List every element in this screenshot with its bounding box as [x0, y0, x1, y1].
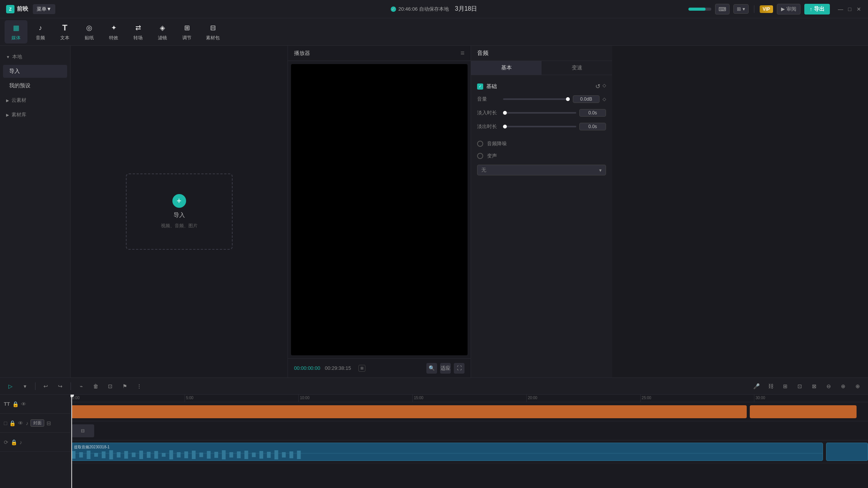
audio-track-row: 提取音频20230318-1	[71, 440, 868, 463]
text-clip-1[interactable]	[71, 405, 747, 418]
layout-button[interactable]: ⊞ ▾	[733, 4, 749, 14]
tool-audio[interactable]: ♪ 音频	[29, 20, 52, 43]
minimize-button[interactable]: —	[837, 6, 844, 12]
basic-checkbox[interactable]: ✓	[477, 83, 483, 90]
export-button[interactable]: ↑ 导出	[804, 4, 830, 14]
lock-icon-text[interactable]: 🔒	[12, 401, 19, 407]
center-button[interactable]: ⊠	[809, 381, 820, 392]
current-time: 00:00:00:00	[294, 365, 320, 371]
maximize-button[interactable]: □	[847, 6, 853, 12]
tool-media[interactable]: ▦ 媒体	[5, 20, 27, 43]
tool-filter[interactable]: ◈ 滤镜	[151, 20, 174, 43]
fade-out-thumb[interactable]	[503, 125, 507, 128]
fullscreen-button[interactable]: ⛶	[454, 363, 465, 374]
audio-clip-main[interactable]: 提取音频20230318-1	[71, 443, 823, 461]
zoom-icon[interactable]: 🔍	[426, 363, 437, 374]
review-button[interactable]: ▶ 审阅	[777, 4, 800, 14]
divider	[754, 5, 754, 13]
zoom-out-tl-button[interactable]: ⊖	[823, 381, 834, 392]
review-icon: ▶	[781, 6, 785, 12]
redo-button[interactable]: ↪	[55, 381, 66, 392]
panel-section-library[interactable]: ▶ 素材库	[0, 108, 70, 121]
tl-extra-button[interactable]: ⊕	[852, 381, 863, 392]
svg-rect-1	[72, 451, 76, 459]
keyframe-icon[interactable]: ◇	[603, 83, 606, 90]
review-label: 审阅	[786, 6, 796, 13]
select-tool-button[interactable]: ▷	[5, 381, 16, 392]
progress-fill	[688, 8, 706, 11]
tool-effects[interactable]: ✦ 特效	[102, 20, 125, 43]
volume-keyframe-icon[interactable]: ◇	[603, 96, 606, 102]
voice-dropdown[interactable]: 无 ▾	[477, 165, 606, 175]
player-menu-icon[interactable]: ≡	[460, 49, 465, 57]
svg-rect-14	[169, 450, 173, 459]
audio-icon-audio[interactable]: ♪	[19, 439, 22, 445]
delete-tl-button[interactable]: 🗑	[90, 381, 101, 392]
effects-label: 特效	[109, 35, 118, 41]
eye-icon-cover[interactable]: 👁	[18, 420, 23, 426]
save-info: ✓ 20:46:06 自动保存本地	[391, 6, 449, 13]
lock-icon-audio[interactable]: 🔒	[11, 439, 17, 445]
keyboard-shortcut-button[interactable]: ⌨	[715, 4, 730, 14]
connect-button[interactable]: ⊡	[794, 381, 805, 392]
tool-adjust[interactable]: ⊞ 调节	[175, 20, 198, 43]
voice-toggle[interactable]	[477, 153, 483, 159]
tab-speed[interactable]: 变速	[542, 61, 612, 75]
tl-arrow-button[interactable]: ▾	[19, 381, 31, 392]
menu-label: 菜单▼	[37, 6, 51, 13]
volume-thumb[interactable]	[566, 97, 570, 101]
tl-more-button[interactable]: ⋮	[133, 381, 145, 392]
tl-label-cover-track: □ 🔒 👁 ♪ 封面 ⊟	[0, 414, 70, 433]
fade-in-thumb[interactable]	[503, 111, 507, 115]
right-panel-title: 音频	[477, 50, 489, 57]
tab-basic[interactable]: 基本	[471, 61, 542, 75]
magnet-button[interactable]: ⊞	[780, 381, 791, 392]
panel-item-import[interactable]: 导入	[3, 65, 67, 78]
lock-icon-cover[interactable]: 🔒	[9, 420, 16, 426]
fade-in-value[interactable]: 0.0s	[579, 109, 606, 117]
mic-button[interactable]: 🎤	[751, 381, 762, 392]
project-title[interactable]: 3月18日	[455, 5, 477, 13]
flag-button[interactable]: ⚑	[119, 381, 130, 392]
split-button[interactable]: ⌁	[76, 381, 87, 392]
audio-clip-end[interactable]	[826, 443, 868, 461]
fade-in-slider[interactable]	[503, 112, 576, 114]
panel-item-presets[interactable]: 我的预设	[3, 79, 67, 92]
fade-out-slider[interactable]	[503, 126, 576, 127]
fit-button[interactable]: 适应	[440, 363, 451, 374]
ruler-mark-0: 0:00	[71, 395, 185, 402]
pack-label: 素材包	[206, 35, 220, 41]
audio-icon-cover[interactable]: ♪	[26, 420, 28, 426]
media-area: + 导入 视频、音频、图片	[71, 46, 288, 377]
panel-section-cloud[interactable]: ▶ 云素材	[0, 94, 70, 107]
zoom-in-tl-button[interactable]: ⊕	[837, 381, 849, 392]
loop-icon[interactable]: ⟳	[4, 439, 8, 445]
volume-value[interactable]: 0.0dB	[573, 95, 600, 103]
menu-button[interactable]: 菜单▼	[33, 4, 55, 14]
panel-section-local[interactable]: ▼ 本地	[0, 50, 70, 63]
undo-button[interactable]: ↩	[40, 381, 51, 392]
link-button[interactable]: ⛓	[765, 381, 776, 392]
timeline-labels: TT 🔒 👁 □ 🔒 👁 ♪ 封面 ⊟ ⟳ 🔒 ♪	[0, 395, 71, 488]
cover-clip[interactable]: ⊟	[71, 424, 94, 437]
import-box[interactable]: + 导入 视频、音频、图片	[126, 173, 233, 250]
tool-sticker[interactable]: ◎ 贴纸	[78, 20, 101, 43]
filter-label: 滤镜	[158, 35, 167, 41]
volume-slider[interactable]	[503, 98, 570, 100]
tool-transition[interactable]: ⇄ 转场	[127, 20, 149, 43]
noise-toggle[interactable]	[477, 141, 483, 147]
fade-in-label: 淡入时长	[477, 109, 500, 116]
svg-rect-27	[267, 452, 271, 458]
vip-badge[interactable]: VIP	[760, 5, 773, 13]
eye-icon-text[interactable]: 👁	[21, 401, 26, 407]
tool-pack[interactable]: ⊟ 素材包	[200, 20, 226, 43]
tl-misc-button[interactable]: ⊡	[104, 381, 116, 392]
reset-icon[interactable]: ↺	[595, 83, 600, 90]
player-grid-icon[interactable]: ⊞	[358, 365, 365, 372]
tool-text[interactable]: T 文本	[53, 20, 76, 43]
cloud-label: 云素材	[11, 97, 26, 104]
close-button[interactable]: ✕	[856, 6, 862, 12]
text-clip-2[interactable]	[750, 405, 857, 418]
fade-out-value[interactable]: 0.0s	[579, 123, 606, 130]
svg-rect-9	[132, 453, 136, 457]
